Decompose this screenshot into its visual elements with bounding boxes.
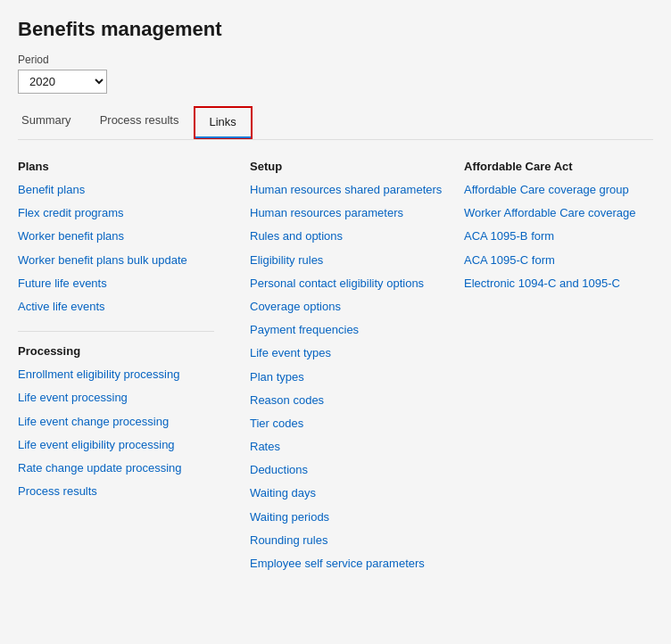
link-worker-benefit-plans[interactable]: Worker benefit plans [18,228,250,244]
link-rates[interactable]: Rates [250,439,464,455]
link-reason-codes[interactable]: Reason codes [250,392,464,409]
page-container: Benefits management Period 2020 2019 202… [0,0,671,644]
link-aca-1095c[interactable]: ACA 1095-C form [464,252,653,268]
link-waiting-days[interactable]: Waiting days [250,485,464,501]
link-eligibility-rules[interactable]: Eligibility rules [250,252,464,268]
link-aca-1095b[interactable]: ACA 1095-B form [464,228,653,244]
link-future-life-events[interactable]: Future life events [18,276,250,292]
link-flex-credit-programs[interactable]: Flex credit programs [18,205,250,221]
link-hr-parameters[interactable]: Human resources parameters [250,205,464,221]
link-coverage-options[interactable]: Coverage options [250,299,464,315]
link-worker-aca-coverage[interactable]: Worker Affordable Care coverage [464,205,653,221]
link-benefit-plans[interactable]: Benefit plans [18,182,250,198]
link-deductions[interactable]: Deductions [250,462,464,478]
link-rules-options[interactable]: Rules and options [250,228,464,244]
link-electronic-1094c-1095c[interactable]: Electronic 1094-C and 1095-C [464,276,653,292]
setup-heading: Setup [250,160,464,173]
processing-heading: Processing [18,344,250,358]
link-employee-self-service[interactable]: Employee self service parameters [250,556,464,572]
link-life-event-eligibility[interactable]: Life event eligibility processing [18,437,250,453]
link-enrollment-eligibility[interactable]: Enrollment eligibility processing [18,367,250,383]
link-worker-benefit-plans-bulk[interactable]: Worker benefit plans bulk update [18,252,250,268]
left-column: Plans Benefit plans Flex credit programs… [18,160,250,579]
plans-heading: Plans [18,160,250,173]
link-personal-contact-eligibility[interactable]: Personal contact eligibility options [250,276,464,292]
section-divider [18,331,214,332]
link-life-event-change[interactable]: Life event change processing [18,414,250,430]
content-area: Plans Benefit plans Flex credit programs… [18,160,653,579]
link-payment-frequencies[interactable]: Payment frequencies [250,322,464,338]
processing-section: Processing Enrollment eligibility proces… [18,344,250,500]
period-select[interactable]: 2020 2019 2021 [18,70,107,94]
link-aca-coverage-group[interactable]: Affordable Care coverage group [464,182,653,198]
tab-summary[interactable]: Summary [18,106,86,139]
link-life-event-processing[interactable]: Life event processing [18,390,250,406]
tab-process-results[interactable]: Process results [86,106,194,139]
page-title: Benefits management [18,18,653,41]
aca-heading: Affordable Care Act [464,160,653,173]
link-rounding-rules[interactable]: Rounding rules [250,533,464,549]
right-column: Affordable Care Act Affordable Care cove… [464,160,653,579]
link-active-life-events[interactable]: Active life events [18,299,250,315]
middle-column: Setup Human resources shared parameters … [250,160,464,579]
tabs-bar: Summary Process results Links [18,106,653,140]
period-label: Period [18,54,653,66]
link-tier-codes[interactable]: Tier codes [250,416,464,432]
tab-links[interactable]: Links [194,106,253,139]
link-rate-change-update[interactable]: Rate change update processing [18,460,250,476]
link-hr-shared-parameters[interactable]: Human resources shared parameters [250,182,464,198]
link-plan-types[interactable]: Plan types [250,369,464,385]
link-life-event-types[interactable]: Life event types [250,345,464,361]
period-field: Period 2020 2019 2021 [18,54,653,106]
link-process-results[interactable]: Process results [18,483,250,500]
link-waiting-periods[interactable]: Waiting periods [250,509,464,525]
